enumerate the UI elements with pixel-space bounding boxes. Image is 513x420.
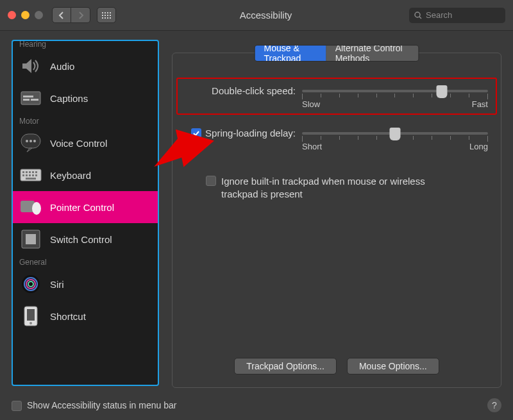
chevron-left-icon: [58, 12, 65, 19]
status-menubar-label: Show Accessibility status in menu bar: [27, 400, 176, 410]
svg-rect-4: [31, 99, 38, 101]
speaker-icon: [19, 55, 42, 77]
svg-rect-12: [26, 171, 28, 173]
nav-buttons: [52, 7, 90, 23]
back-button[interactable]: [52, 7, 71, 23]
svg-rect-13: [29, 171, 31, 173]
trackpad-options-button[interactable]: Trackpad Options...: [234, 358, 337, 374]
sidebar-item-label: Siri: [50, 279, 64, 290]
settings-group: Double-click speed: Slow Fast: [172, 53, 501, 388]
sidebar-item-audio[interactable]: Audio: [13, 50, 158, 82]
content-area: Hearing Audio Captions Motor Voice Contr…: [12, 40, 501, 388]
spring-loading-checkbox[interactable]: [191, 128, 201, 139]
slider-high-label: Long: [469, 142, 488, 151]
show-all-button[interactable]: [97, 7, 116, 23]
help-button[interactable]: ?: [487, 398, 501, 412]
search-icon: [414, 12, 422, 19]
sidebar-item-pointer-control[interactable]: Pointer Control: [13, 191, 158, 223]
keyboard-icon: [19, 164, 42, 186]
sidebar-item-voice-control[interactable]: Voice Control: [13, 127, 158, 159]
tab-alternate-methods[interactable]: Alternate Control Methods: [326, 46, 419, 61]
svg-point-7: [26, 140, 28, 142]
grid-icon: [102, 12, 111, 19]
svg-point-9: [33, 140, 36, 142]
siri-icon: [19, 273, 42, 295]
section-header-hearing: Hearing: [13, 40, 158, 50]
search-placeholder: Search: [426, 10, 452, 20]
sidebar-item-switch-control[interactable]: Switch Control: [13, 223, 158, 255]
svg-rect-16: [22, 174, 24, 176]
svg-rect-17: [26, 174, 28, 176]
sidebar-item-label: Audio: [50, 61, 74, 72]
sidebar-item-captions[interactable]: Captions: [13, 82, 158, 114]
svg-line-1: [419, 17, 421, 19]
slider-low-label: Short: [302, 142, 322, 151]
svg-rect-3: [23, 99, 29, 101]
window-controls: [8, 11, 43, 19]
category-sidebar[interactable]: Hearing Audio Captions Motor Voice Contr…: [12, 40, 159, 386]
spring-loading-label: Spring-loading delay:: [205, 128, 296, 139]
footer: Show Accessibility status in menu bar ?: [12, 398, 501, 412]
minimize-window-button[interactable]: [21, 11, 29, 19]
voice-control-icon: [19, 132, 42, 154]
svg-rect-14: [32, 171, 34, 173]
svg-rect-25: [26, 234, 36, 244]
mouse-options-button[interactable]: Mouse Options...: [347, 358, 439, 374]
double-click-speed-row: Double-click speed: Slow Fast: [185, 85, 488, 111]
sidebar-item-label: Shortcut: [50, 311, 86, 322]
chevron-right-icon: [78, 12, 84, 19]
ignore-trackpad-checkbox[interactable]: [206, 176, 216, 186]
zoom-window-button[interactable]: [35, 11, 43, 19]
close-window-button[interactable]: [8, 11, 16, 19]
section-header-general: General: [13, 255, 158, 268]
sidebar-item-label: Keyboard: [50, 170, 91, 181]
sidebar-item-label: Voice Control: [50, 138, 107, 149]
sidebar-item-label: Captions: [50, 93, 88, 104]
titlebar: Accessibility Search: [0, 0, 513, 31]
captions-icon: [19, 87, 42, 109]
search-field[interactable]: Search: [409, 8, 505, 23]
highlight-annotation: Double-click speed: Slow Fast: [176, 78, 497, 115]
slider-low-label: Slow: [302, 99, 320, 109]
spring-loading-slider[interactable]: Short Long: [302, 128, 488, 153]
svg-point-0: [415, 12, 420, 17]
svg-rect-11: [22, 171, 24, 173]
svg-point-32: [29, 322, 32, 324]
svg-rect-20: [35, 174, 37, 176]
svg-rect-31: [27, 309, 35, 321]
double-click-speed-label: Double-click speed:: [185, 85, 296, 96]
svg-point-8: [29, 140, 32, 142]
settings-panel: Mouse & Trackpad Alternate Control Metho…: [172, 40, 501, 388]
ignore-trackpad-row: Ignore built-in trackpad when mouse or w…: [185, 175, 488, 200]
svg-rect-18: [29, 174, 31, 176]
slider-high-label: Fast: [472, 99, 488, 109]
svg-rect-5: [23, 96, 33, 97]
double-click-speed-slider[interactable]: Slow Fast: [302, 85, 488, 111]
svg-rect-15: [35, 171, 37, 173]
window-title: Accessibility: [122, 10, 409, 21]
section-header-motor: Motor: [13, 114, 158, 127]
sidebar-item-keyboard[interactable]: Keyboard: [13, 159, 158, 191]
pointer-control-icon: [19, 196, 42, 218]
accessibility-preferences-window: Accessibility Search Hearing Audio Capti…: [0, 0, 513, 420]
shortcut-icon: [19, 305, 42, 327]
ignore-trackpad-label: Ignore built-in trackpad when mouse or w…: [221, 175, 439, 200]
sidebar-item-label: Pointer Control: [50, 202, 114, 213]
svg-point-23: [32, 202, 41, 215]
sidebar-item-label: Switch Control: [50, 234, 112, 245]
options-button-row: Trackpad Options... Mouse Options...: [172, 358, 501, 374]
spring-loading-row: Spring-loading delay: Short Long: [185, 128, 488, 153]
svg-rect-21: [26, 178, 36, 180]
forward-button[interactable]: [71, 7, 90, 23]
svg-rect-2: [21, 92, 40, 105]
svg-rect-19: [32, 174, 34, 176]
tab-bar: Mouse & Trackpad Alternate Control Metho…: [255, 45, 419, 62]
tab-mouse-trackpad[interactable]: Mouse & Trackpad: [255, 46, 326, 61]
sidebar-item-shortcut[interactable]: Shortcut: [13, 300, 158, 332]
sidebar-item-siri[interactable]: Siri: [13, 268, 158, 300]
status-menubar-checkbox[interactable]: [12, 401, 22, 411]
check-icon: [193, 130, 199, 137]
switch-control-icon: [19, 228, 42, 250]
